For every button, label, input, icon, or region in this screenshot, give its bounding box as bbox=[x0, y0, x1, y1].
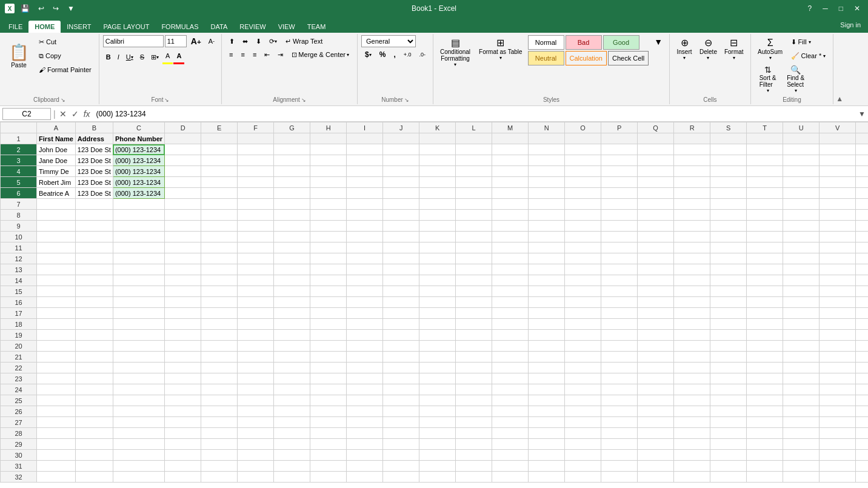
cell-W28[interactable] bbox=[856, 428, 868, 439]
cell-L16[interactable] bbox=[456, 297, 492, 308]
cell-T29[interactable] bbox=[747, 439, 783, 450]
cell-A23[interactable] bbox=[37, 373, 76, 384]
cell-T1[interactable] bbox=[747, 133, 783, 144]
cell-M18[interactable] bbox=[492, 319, 529, 330]
cell-M26[interactable] bbox=[492, 406, 529, 417]
sheet-content[interactable]: A B C D E F G H I J K L M N O P Q bbox=[0, 122, 868, 488]
cell-L11[interactable] bbox=[456, 242, 492, 253]
cell-V19[interactable] bbox=[820, 330, 856, 341]
cell-K24[interactable] bbox=[419, 384, 456, 395]
cell-V3[interactable] bbox=[820, 155, 856, 166]
formula-confirm-btn[interactable]: ✓ bbox=[70, 109, 80, 119]
sort-filter-button[interactable]: ⇅ Sort &Filter ▾ bbox=[755, 63, 781, 95]
cell-V22[interactable] bbox=[820, 363, 856, 373]
cell-C27[interactable] bbox=[113, 417, 164, 428]
cell-Q7[interactable] bbox=[638, 199, 674, 210]
cell-N24[interactable] bbox=[529, 384, 565, 395]
cell-K13[interactable] bbox=[419, 264, 456, 275]
col-header-O[interactable]: O bbox=[565, 122, 601, 133]
cell-J4[interactable] bbox=[383, 166, 419, 177]
ribbon-collapse-btn[interactable]: ▲ bbox=[833, 93, 846, 104]
row-num-11[interactable]: 11 bbox=[1, 242, 37, 253]
cell-S28[interactable] bbox=[710, 428, 747, 439]
cell-U14[interactable] bbox=[783, 275, 820, 286]
cell-K20[interactable] bbox=[419, 341, 456, 352]
cell-U9[interactable] bbox=[783, 221, 820, 232]
cell-C19[interactable] bbox=[113, 330, 164, 341]
cell-U5[interactable] bbox=[783, 177, 820, 188]
cell-L12[interactable] bbox=[456, 253, 492, 264]
row-num-14[interactable]: 14 bbox=[1, 275, 37, 286]
cell-L30[interactable] bbox=[456, 450, 492, 461]
cell-B9[interactable] bbox=[75, 221, 113, 232]
align-left-btn[interactable]: ≡ bbox=[225, 48, 236, 61]
col-header-V[interactable]: V bbox=[820, 122, 856, 133]
cell-Q23[interactable] bbox=[638, 373, 674, 384]
cell-U2[interactable] bbox=[783, 144, 820, 155]
cell-V1[interactable] bbox=[820, 133, 856, 144]
row-num-2[interactable]: 2 bbox=[1, 144, 37, 155]
cell-S14[interactable] bbox=[710, 275, 747, 286]
cell-G19[interactable] bbox=[274, 330, 310, 341]
cell-I22[interactable] bbox=[347, 363, 383, 373]
cell-K1[interactable] bbox=[419, 133, 456, 144]
row-num-1[interactable]: 1 bbox=[1, 133, 37, 144]
style-neutral[interactable]: Neutral bbox=[528, 51, 564, 65]
cell-B25[interactable] bbox=[75, 395, 113, 406]
cell-D25[interactable] bbox=[165, 395, 201, 406]
cell-K25[interactable] bbox=[419, 395, 456, 406]
cell-P6[interactable] bbox=[601, 188, 638, 199]
cell-H1[interactable] bbox=[310, 133, 347, 144]
cell-V14[interactable] bbox=[820, 275, 856, 286]
cell-N6[interactable] bbox=[529, 188, 565, 199]
cell-R8[interactable] bbox=[674, 210, 710, 221]
tab-home[interactable]: HOME bbox=[28, 21, 61, 33]
cell-K11[interactable] bbox=[419, 242, 456, 253]
cell-D9[interactable] bbox=[165, 221, 201, 232]
cell-R26[interactable] bbox=[674, 406, 710, 417]
cell-Q3[interactable] bbox=[638, 155, 674, 166]
cell-U27[interactable] bbox=[783, 417, 820, 428]
cell-N31[interactable] bbox=[529, 461, 565, 472]
cell-T10[interactable] bbox=[747, 232, 783, 242]
cell-C28[interactable] bbox=[113, 428, 164, 439]
row-num-7[interactable]: 7 bbox=[1, 199, 37, 210]
cell-R28[interactable] bbox=[674, 428, 710, 439]
cell-E31[interactable] bbox=[201, 461, 238, 472]
sign-in-btn[interactable]: Sign in bbox=[835, 20, 866, 30]
cell-R19[interactable] bbox=[674, 330, 710, 341]
paste-button[interactable]: 📋 Paste bbox=[4, 35, 34, 76]
cell-V21[interactable] bbox=[820, 352, 856, 363]
cell-D14[interactable] bbox=[165, 275, 201, 286]
cell-A31[interactable] bbox=[37, 461, 76, 472]
tab-review[interactable]: REVIEW bbox=[233, 21, 272, 33]
cell-R30[interactable] bbox=[674, 450, 710, 461]
cell-J26[interactable] bbox=[383, 406, 419, 417]
cell-J22[interactable] bbox=[383, 363, 419, 373]
cell-E3[interactable] bbox=[201, 155, 238, 166]
cell-Q20[interactable] bbox=[638, 341, 674, 352]
cell-U13[interactable] bbox=[783, 264, 820, 275]
cell-G1[interactable] bbox=[274, 133, 310, 144]
cell-E6[interactable] bbox=[201, 188, 238, 199]
row-num-22[interactable]: 22 bbox=[1, 363, 37, 373]
cell-D22[interactable] bbox=[165, 363, 201, 373]
cell-J10[interactable] bbox=[383, 232, 419, 242]
cell-N5[interactable] bbox=[529, 177, 565, 188]
cell-T32[interactable] bbox=[747, 472, 783, 483]
indent-increase-btn[interactable]: ⇥ bbox=[274, 48, 287, 61]
cell-L1[interactable] bbox=[456, 133, 492, 144]
formula-function-btn[interactable]: fx bbox=[82, 109, 92, 119]
cell-R11[interactable] bbox=[674, 242, 710, 253]
delete-cells-button[interactable]: ⊖ Delete ▾ bbox=[696, 35, 720, 62]
cell-V30[interactable] bbox=[820, 450, 856, 461]
cell-T31[interactable] bbox=[747, 461, 783, 472]
cell-D4[interactable] bbox=[165, 166, 201, 177]
cell-W14[interactable] bbox=[856, 275, 868, 286]
cell-M25[interactable] bbox=[492, 395, 529, 406]
cell-V15[interactable] bbox=[820, 286, 856, 297]
cell-F22[interactable] bbox=[238, 363, 274, 373]
cell-E7[interactable] bbox=[201, 199, 238, 210]
cell-P22[interactable] bbox=[601, 363, 638, 373]
cell-H10[interactable] bbox=[310, 232, 347, 242]
